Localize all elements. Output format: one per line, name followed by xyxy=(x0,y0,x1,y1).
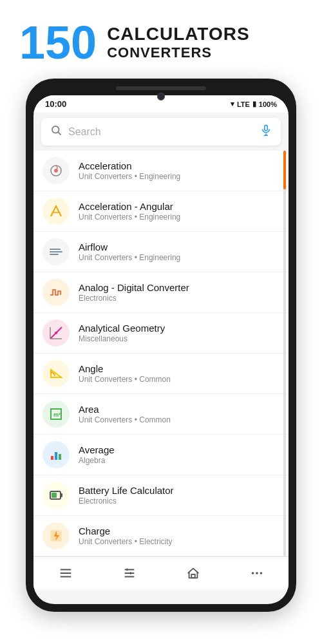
item-subtitle: Electronics xyxy=(79,294,189,303)
status-time: 10:00 xyxy=(45,99,66,109)
item-subtitle: Miscellaneous xyxy=(79,334,165,343)
charge-icon xyxy=(43,522,70,549)
item-text: Airflow Unit Converters • Engineering xyxy=(79,242,180,262)
phone-notch xyxy=(116,86,206,90)
wifi-icon: ▾ xyxy=(231,100,234,108)
item-subtitle: Algebra xyxy=(79,456,115,465)
svg-rect-2 xyxy=(265,126,268,131)
list-item[interactable]: Acceleration Unit Converters • Engineeri… xyxy=(33,151,289,191)
header-text: CALCULATORS CONVERTERS xyxy=(107,24,250,61)
item-subtitle: Unit Converters • Engineering xyxy=(79,172,180,181)
svg-point-32 xyxy=(251,572,254,574)
battery-life-icon xyxy=(43,482,70,509)
list-item[interactable]: Average Algebra xyxy=(33,435,289,475)
item-text: Charge Unit Converters • Electricity xyxy=(79,526,173,546)
item-text: Battery Life Calculator Electronics xyxy=(79,485,174,506)
mic-icon[interactable] xyxy=(260,124,272,139)
lte-icon: LTE xyxy=(237,100,250,108)
svg-text:m²: m² xyxy=(53,412,61,418)
item-text: Analytical Geometry Miscellaneous xyxy=(79,323,165,343)
svg-point-0 xyxy=(52,126,59,133)
nav-home[interactable] xyxy=(176,564,211,583)
header-number: 150 xyxy=(19,19,97,66)
svg-point-14 xyxy=(55,332,57,334)
list-item[interactable]: Analog - Digital Converter Electronics xyxy=(33,272,289,313)
phone-camera xyxy=(157,93,165,100)
item-title: Average xyxy=(79,444,115,455)
item-text: Area Unit Converters • Common xyxy=(79,404,171,424)
search-icon xyxy=(50,124,62,139)
item-title: Charge xyxy=(79,526,173,536)
acceleration-icon xyxy=(43,157,70,184)
battery-icon-status: ▮ xyxy=(252,100,256,108)
bottom-nav xyxy=(33,556,289,589)
list-item[interactable]: Angle Unit Converters • Common xyxy=(33,354,289,394)
list-item[interactable]: Airflow Unit Converters • Engineering xyxy=(33,232,289,272)
scrollbar-track[interactable] xyxy=(283,151,286,556)
item-title: Analog - Digital Converter xyxy=(79,282,189,293)
search-placeholder: Search xyxy=(68,126,254,138)
area-icon: m² xyxy=(43,401,70,428)
svg-line-1 xyxy=(58,132,61,135)
item-title: Acceleration - Angular xyxy=(79,201,180,212)
nav-menu[interactable] xyxy=(48,564,83,583)
average-icon xyxy=(43,441,70,468)
acceleration-angular-icon xyxy=(43,198,70,225)
item-text: Angle Unit Converters • Common xyxy=(79,363,171,384)
angle-icon xyxy=(43,360,70,387)
analog-digital-icon xyxy=(43,279,70,306)
svg-rect-17 xyxy=(51,456,53,460)
analytical-geometry-icon xyxy=(43,319,70,346)
item-text: Acceleration Unit Converters • Engineeri… xyxy=(79,160,180,181)
list-item[interactable]: Acceleration - Angular Unit Converters •… xyxy=(33,191,289,232)
svg-point-34 xyxy=(260,572,262,574)
item-title: Area xyxy=(79,404,171,415)
item-title: Airflow xyxy=(79,242,180,252)
item-subtitle: Unit Converters • Electricity xyxy=(79,537,173,546)
header-calculators: CALCULATORS xyxy=(107,24,250,44)
list-item[interactable]: Battery Life Calculator Electronics xyxy=(33,475,289,516)
nav-more[interactable] xyxy=(240,564,274,583)
search-bar[interactable]: Search xyxy=(41,118,281,146)
scrollbar-thumb xyxy=(283,151,286,189)
item-text: Acceleration - Angular Unit Converters •… xyxy=(79,201,180,222)
list-item[interactable]: Analytical Geometry Miscellaneous xyxy=(33,313,289,354)
item-subtitle: Unit Converters • Engineering xyxy=(79,253,180,262)
item-subtitle: Unit Converters • Engineering xyxy=(79,213,180,222)
item-title: Acceleration xyxy=(79,160,180,171)
svg-rect-19 xyxy=(59,454,61,460)
header-converters: CONVERTERS xyxy=(107,44,250,61)
svg-rect-31 xyxy=(191,574,195,578)
phone-screen: 10:00 ▾ LTE ▮ 100% Search xyxy=(33,95,289,604)
phone-frame: 10:00 ▾ LTE ▮ 100% Search xyxy=(26,79,296,612)
airflow-icon xyxy=(43,238,70,265)
item-subtitle: Electronics xyxy=(79,497,174,506)
svg-rect-21 xyxy=(52,493,57,498)
status-icons: ▾ LTE ▮ 100% xyxy=(231,100,277,108)
item-subtitle: Unit Converters • Common xyxy=(79,375,171,384)
nav-filter[interactable] xyxy=(112,564,147,583)
header-area: 150 CALCULATORS CONVERTERS xyxy=(0,0,322,79)
svg-rect-18 xyxy=(55,452,57,460)
item-title: Battery Life Calculator xyxy=(79,485,174,496)
item-text: Average Algebra xyxy=(79,444,115,465)
item-subtitle: Unit Converters • Common xyxy=(79,415,171,424)
item-text: Analog - Digital Converter Electronics xyxy=(79,282,189,303)
item-title: Angle xyxy=(79,363,171,374)
list-container: Acceleration Unit Converters • Engineeri… xyxy=(33,151,289,556)
battery-percent: 100% xyxy=(259,100,277,108)
list-item[interactable]: m² Area Unit Converters • Common xyxy=(33,394,289,435)
svg-point-33 xyxy=(256,572,258,574)
item-title: Analytical Geometry xyxy=(79,323,165,334)
list-item[interactable]: Charge Unit Converters • Electricity xyxy=(33,516,289,556)
